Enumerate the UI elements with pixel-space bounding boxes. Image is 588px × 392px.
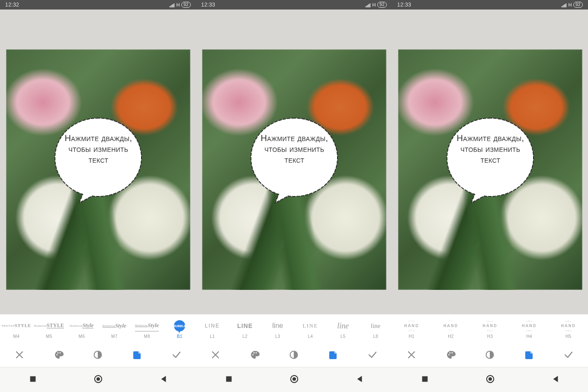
photo: Нажмите дважды, чтобы изменить текст (202, 49, 386, 290)
editor-canvas[interactable]: Нажмите дважды, чтобы изменить текст (0, 10, 196, 314)
style-code-label: H5 (566, 334, 571, 339)
style-preview: line (371, 320, 381, 331)
style-option-L2[interactable]: LINE L2 (229, 315, 262, 344)
circle-icon (94, 375, 103, 385)
battery-level: 92 (573, 2, 583, 8)
opacity-icon (289, 350, 299, 361)
palette-button[interactable] (235, 350, 275, 361)
nav-recent-button[interactable] (217, 371, 241, 389)
confirm-button[interactable] (549, 350, 588, 361)
close-button[interactable] (196, 350, 235, 361)
style-option-L5[interactable]: line L5 (327, 315, 360, 344)
close-icon (15, 350, 24, 361)
style-option-M8[interactable]: ManhattanStyle M8 (131, 315, 164, 344)
speech-bubble[interactable]: Нажмите дважды, чтобы изменить текст (245, 115, 344, 206)
style-option-M4[interactable]: NHATTANSTYLE M4 (0, 315, 33, 344)
style-option-M5[interactable]: ManhattanSTYLE M5 (33, 315, 66, 344)
status-bar: 12:33 H 92 (392, 0, 588, 10)
style-preview: —✦—HAND—✦— (522, 320, 537, 331)
style-code-label: M6 (79, 334, 85, 339)
style-option-L3[interactable]: line L3 (261, 315, 294, 344)
close-button[interactable] (392, 350, 431, 361)
style-code-label: M4 (13, 334, 20, 339)
bubble-text: Нажмите дважды, чтобы изменить текст (250, 133, 339, 165)
tool-row (0, 344, 196, 367)
style-option-L4[interactable]: LINE L4 (294, 315, 327, 344)
sticker-button[interactable] (510, 350, 549, 361)
nav-recent-button[interactable] (21, 371, 45, 389)
style-code-label: L2 (242, 334, 247, 339)
style-picker-row: LINE L1 LINE L2 line L3 LINE L4 line L5 … (196, 314, 392, 344)
opacity-button[interactable] (78, 350, 118, 361)
opacity-button[interactable] (274, 350, 314, 361)
style-picker-row: —♡—HAND—♡— H1 ♡♡HAND♡♡ H2 ———HAND——— H3 … (392, 314, 588, 344)
speech-bubble[interactable]: Нажмите дважды, чтобы изменить текст (441, 115, 540, 206)
nav-back-button[interactable] (152, 371, 175, 389)
circle-icon (290, 375, 299, 385)
confirm-button[interactable] (353, 350, 392, 361)
opacity-icon (93, 350, 103, 361)
style-preview: ———HAND——— (482, 320, 497, 331)
sticker-button[interactable] (314, 350, 353, 361)
nav-back-button[interactable] (544, 371, 567, 389)
close-button[interactable] (0, 350, 39, 361)
sticker-icon (328, 350, 338, 361)
style-option-H1[interactable]: —♡—HAND—♡— H1 (392, 315, 431, 344)
android-nav-3 (392, 367, 588, 392)
style-preview: LINE (237, 320, 253, 331)
style-option-H2[interactable]: ♡♡HAND♡♡ H2 (431, 315, 471, 344)
style-code-label: M5 (46, 334, 52, 339)
confirm-button[interactable] (157, 350, 196, 361)
style-option-H5[interactable]: —✦—HAND—✦— H5 (549, 315, 588, 344)
close-icon (211, 350, 220, 361)
style-preview: NHATTANSTYLE (2, 320, 31, 331)
style-preview: BUBBLE (174, 320, 185, 331)
nav-home-button[interactable] (479, 371, 502, 389)
check-icon (172, 350, 181, 361)
style-code-label: H4 (526, 334, 532, 339)
style-preview: LINE (303, 320, 318, 331)
style-option-B1[interactable]: BUBBLE B1 (164, 315, 196, 344)
status-bar: 12:33 H 92 (196, 0, 392, 10)
signal-icon (170, 3, 175, 7)
nav-home-button[interactable] (283, 371, 306, 389)
photo: Нажмите дважды, чтобы изменить текст (398, 49, 582, 290)
editor-canvas[interactable]: Нажмите дважды, чтобы изменить текст (392, 10, 588, 314)
nav-back-button[interactable] (348, 371, 371, 389)
style-code-label: H3 (487, 334, 493, 339)
style-option-M7[interactable]: ManhattanStyle M7 (98, 315, 131, 344)
close-icon (407, 350, 416, 361)
style-code-label: B1 (177, 334, 183, 339)
check-icon (368, 350, 377, 361)
battery-level: 92 (181, 2, 191, 8)
nav-recent-button[interactable] (413, 371, 437, 389)
palette-button[interactable] (39, 350, 79, 361)
sticker-button[interactable] (118, 350, 157, 361)
palette-button[interactable] (431, 350, 471, 361)
style-code-label: L3 (275, 334, 280, 339)
style-preview: ManhattanStyle (135, 320, 159, 331)
style-option-H3[interactable]: ———HAND——— H3 (470, 315, 510, 344)
style-option-M6[interactable]: ManhattanStyle M6 (65, 315, 98, 344)
style-preview: line (337, 320, 349, 331)
sticker-icon (524, 350, 534, 361)
status-time: 12:33 (201, 2, 215, 8)
opacity-icon (485, 350, 495, 361)
style-preview: ♡♡HAND♡♡ (443, 320, 458, 331)
style-preview: ManhattanStyle (70, 320, 93, 331)
style-code-label: H2 (448, 334, 453, 339)
square-icon (29, 375, 37, 385)
style-code-label: L4 (308, 334, 313, 339)
style-option-H4[interactable]: —✦—HAND—✦— H4 (510, 315, 549, 344)
tool-row (196, 344, 392, 367)
editor-canvas[interactable]: Нажмите дважды, чтобы изменить текст (196, 10, 392, 314)
square-icon (421, 375, 429, 385)
status-bar: 12:32 H 92 (0, 0, 196, 10)
opacity-button[interactable] (470, 350, 510, 361)
style-preview: LINE (205, 320, 220, 331)
speech-bubble[interactable]: Нажмите дважды, чтобы изменить текст (49, 115, 148, 206)
style-option-L8[interactable]: line L8 (360, 315, 392, 344)
style-option-L1[interactable]: LINE L1 (196, 315, 229, 344)
nav-home-button[interactable] (87, 371, 110, 389)
status-time: 12:32 (5, 2, 19, 8)
